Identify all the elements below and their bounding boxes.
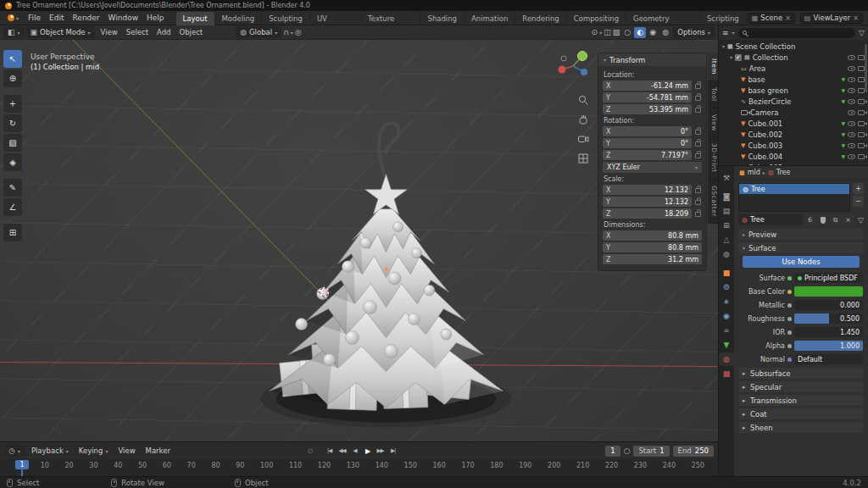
scale-y-field[interactable]: Y12.132 (603, 197, 692, 207)
remove-slot-button[interactable]: − (853, 196, 864, 207)
scrollbar[interactable] (865, 44, 867, 92)
disable-render-icon[interactable] (858, 143, 865, 148)
disable-render-icon[interactable] (858, 55, 865, 60)
rotation-mode-select[interactable]: XYZ Euler ▾ (603, 162, 702, 173)
preview-section-header[interactable]: ▸ Preview (738, 229, 864, 240)
workspace-tab[interactable]: Modeling (215, 12, 263, 25)
options-button[interactable]: Options ▾ (673, 26, 715, 38)
outliner-row-base[interactable]: ▼ base ▼ (719, 74, 868, 85)
tab-scene[interactable]: △ (719, 233, 734, 247)
outliner-row-cube005[interactable]: ▼ Cube.005 ▼ (719, 162, 868, 165)
tab-output[interactable]: ▤ (719, 204, 734, 218)
location-x-field[interactable]: X-61.24 mm (603, 80, 692, 91)
disable-render-icon[interactable] (858, 66, 865, 71)
annotate-tool[interactable]: ✎ (3, 179, 22, 197)
scene-selector[interactable]: ▦ Scene × (748, 13, 795, 24)
surface-section-header[interactable]: ▾ Surface (738, 242, 864, 253)
disable-render-icon[interactable] (858, 154, 865, 159)
playback-menu[interactable]: Playback▾ (27, 446, 73, 455)
lock-icon[interactable] (695, 188, 701, 193)
workspace-tab[interactable]: Animation (465, 12, 515, 25)
hide-viewport-icon[interactable] (848, 110, 855, 115)
blender-menu-button[interactable]: ▾ (3, 12, 23, 25)
outliner-search-input[interactable] (738, 28, 856, 38)
material-section-header[interactable]: Specular (738, 381, 864, 392)
play-button[interactable]: ▶ (362, 445, 373, 457)
tab-world[interactable]: ◍ (719, 247, 734, 261)
pivot-point-icon[interactable]: ⊙ (592, 28, 598, 36)
workspace-tab[interactable]: Geometry Nodes (626, 12, 700, 25)
frame-end-field[interactable]: End 250 (673, 446, 714, 457)
hide-viewport-icon[interactable] (848, 132, 855, 137)
hide-viewport-icon[interactable] (848, 154, 855, 159)
use-nodes-button[interactable]: Use Nodes (743, 256, 860, 268)
workspace-tab[interactable]: Layout (176, 12, 215, 25)
filter-icon[interactable]: ▽ (858, 216, 864, 225)
tab-tool[interactable]: ⚒ (719, 171, 734, 185)
workspace-tab[interactable]: UV Editing (310, 12, 361, 25)
axis-z-ball[interactable] (581, 69, 587, 75)
lock-icon[interactable] (695, 130, 701, 135)
disable-render-icon[interactable] (858, 99, 865, 104)
snap-magnet-icon[interactable]: ∩ (283, 28, 289, 36)
proportional-edit-icon[interactable]: ◎ (295, 28, 302, 36)
transform-tool[interactable]: ◈ (3, 153, 22, 171)
outliner-row-collection[interactable]: ▾ ✓ ▤ Collection (719, 52, 868, 63)
disable-render-icon[interactable] (858, 165, 865, 166)
dimensions-x-field[interactable]: X80.8 mm (603, 230, 702, 241)
fake-user-button[interactable] (817, 214, 828, 225)
users-count-button[interactable]: 6 (804, 214, 815, 225)
3d-viewport[interactable]: ◧ ▾ ▣ Object Mode ▾ ViewSelectAddObject … (0, 25, 718, 441)
ior-field[interactable]: 1.450 (794, 327, 863, 337)
tab-modifiers[interactable]: ⚙ (719, 280, 734, 294)
material-slot-active[interactable]: ◍ Tree (739, 184, 849, 194)
pan-hand-button[interactable] (577, 114, 589, 125)
editor-type-button[interactable]: ◧ ▾ (3, 26, 25, 38)
hide-viewport-icon[interactable] (848, 77, 855, 82)
frame-start-field[interactable]: Start 1 (633, 446, 669, 457)
cursor-tool[interactable]: ⊕ (3, 69, 22, 87)
xray-icon[interactable]: ▨ (613, 28, 620, 36)
material-slot-list[interactable]: ◍ Tree (738, 183, 850, 212)
base-color-swatch[interactable] (794, 286, 863, 297)
move-tool[interactable]: + (3, 95, 22, 113)
tab-material[interactable]: ◍ (719, 352, 734, 366)
menu-item[interactable]: Window (104, 12, 143, 25)
tab-constraints[interactable]: ∞ (719, 324, 734, 337)
menu-item[interactable]: Help (142, 12, 169, 25)
lock-icon[interactable] (695, 141, 701, 147)
workspace-tab[interactable]: Texture Paint (361, 12, 420, 25)
add-slot-button[interactable]: + (853, 183, 864, 194)
tree-model[interactable] (261, 123, 512, 427)
tab-view-layer[interactable]: ⊞ (719, 219, 734, 232)
rotation-y-field[interactable]: Y0° (603, 138, 692, 148)
keying-set-icon[interactable]: ○ (624, 446, 631, 455)
collapse-icon[interactable]: ▾ (722, 43, 725, 49)
menu-item[interactable]: File (24, 12, 45, 25)
breadcrumb-object[interactable]: mld (748, 169, 760, 176)
axis-x-ball[interactable] (559, 66, 566, 74)
lock-icon[interactable] (695, 96, 701, 101)
transform-panel-header[interactable]: ▾ Transform (598, 53, 706, 66)
dimensions-y-field[interactable]: Y80.8 mm (603, 242, 702, 252)
sidebar-tab-item[interactable]: Item (708, 53, 718, 81)
sidebar-tab-view[interactable]: View (708, 108, 718, 138)
viewlayer-selector[interactable]: ▤ ViewLayer × (800, 13, 863, 24)
surface-shader-select[interactable]: Principled BSDF (794, 273, 863, 283)
hide-viewport-icon[interactable] (848, 88, 855, 93)
lock-icon[interactable] (695, 200, 701, 205)
menu-item[interactable]: Edit (45, 12, 68, 25)
add-cube-tool[interactable]: ⊞ (3, 224, 22, 241)
viewport-menu-item[interactable]: Object (175, 26, 207, 39)
autokey-button[interactable]: ○ (304, 445, 315, 457)
disable-render-icon[interactable] (858, 121, 865, 126)
material-slot-empty[interactable] (739, 194, 849, 204)
rotate-tool[interactable]: ↻ (3, 114, 22, 132)
filter-icon[interactable]: ▽ (859, 29, 865, 37)
scale-z-field[interactable]: Z18.209 (603, 208, 692, 219)
disable-render-icon[interactable] (858, 77, 865, 82)
timeline-editor-type-button[interactable]: ◷ ▾ (4, 445, 25, 457)
axis-negative-ball[interactable] (561, 56, 566, 61)
shading-solid-button[interactable]: ◐ (634, 27, 646, 38)
workspace-tab[interactable]: Compositing (567, 12, 626, 25)
